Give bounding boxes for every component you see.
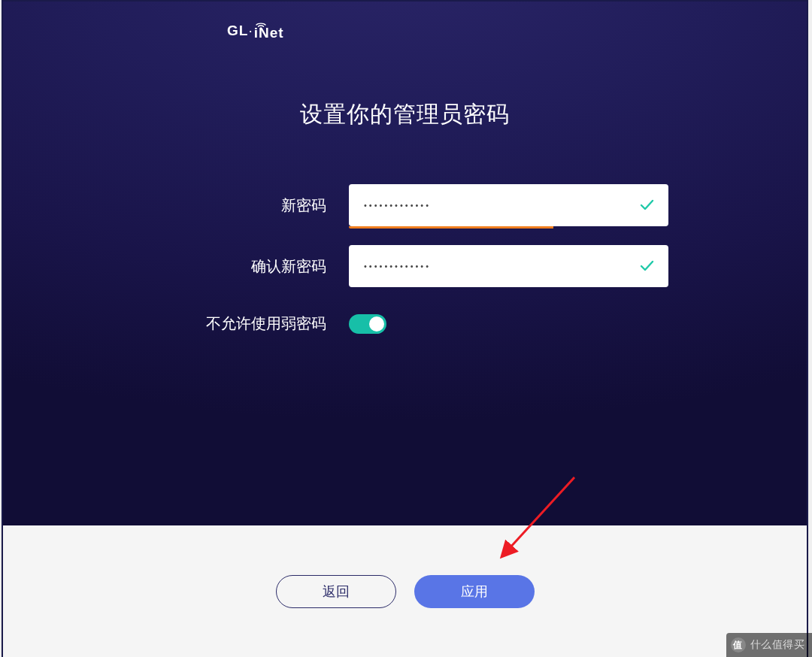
watermark-badge: 值 (731, 637, 746, 652)
new-password-label: 新密码 (206, 195, 349, 216)
row-confirm-password: 确认新密码 ••••••••••••• (206, 245, 668, 287)
confirm-password-label: 确认新密码 (206, 256, 349, 277)
confirm-password-input-wrap: ••••••••••••• (349, 245, 668, 287)
brand-prefix: GL (227, 23, 248, 39)
new-password-input[interactable] (349, 184, 668, 226)
main-panel: GL · iNet 设置你的管理员密码 新密码 ••••••••••••• (3, 2, 807, 525)
toggle-knob (369, 316, 384, 332)
watermark-text: 什么值得买 (750, 638, 805, 652)
brand-suffix-wrap: iNet (254, 23, 284, 39)
confirm-password-input[interactable] (349, 245, 668, 287)
password-strength-bar (349, 226, 553, 229)
check-icon (638, 197, 655, 213)
new-password-input-wrap: ••••••••••••• (349, 184, 668, 226)
setup-wizard-frame: GL · iNet 设置你的管理员密码 新密码 ••••••••••••• (2, 0, 808, 657)
apply-button[interactable]: 应用 (414, 575, 535, 608)
weak-password-label: 不允许使用弱密码 (206, 313, 349, 334)
footer-bar: 返回 应用 (3, 525, 807, 657)
brand-suffix: iNet (254, 26, 284, 39)
row-weak-password-toggle: 不允许使用弱密码 (206, 313, 386, 334)
brand-logo: GL · iNet (227, 23, 284, 39)
check-icon (638, 258, 655, 274)
page-title: 设置你的管理员密码 (3, 99, 807, 130)
back-button[interactable]: 返回 (276, 575, 396, 608)
weak-password-toggle[interactable] (349, 314, 386, 334)
watermark: 值 什么值得买 (726, 633, 813, 657)
brand-dot: · (248, 23, 253, 39)
row-new-password: 新密码 ••••••••••••• (206, 184, 668, 226)
